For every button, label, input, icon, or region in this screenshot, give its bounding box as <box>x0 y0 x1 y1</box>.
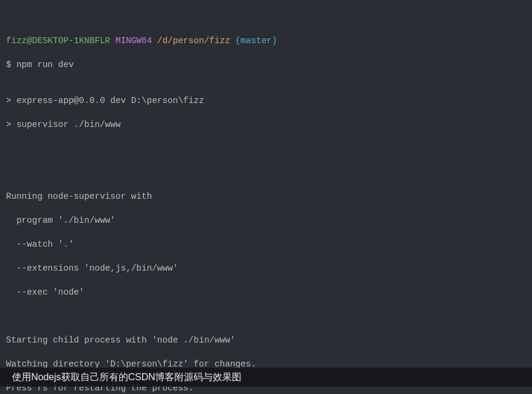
git-branch: (master) <box>235 36 277 46</box>
npm-script-2: > supervisor ./bin/www <box>6 119 526 131</box>
blank-line <box>6 143 526 154</box>
cwd-path: /d/person/fizz <box>157 36 230 46</box>
terminal-output: fizz@DESKTOP-1KNBFLR MINGW64 /d/person/f… <box>0 0 532 394</box>
supervisor-starting: Starting child process with 'node ./bin/… <box>6 334 526 346</box>
prompt-line: fizz@DESKTOP-1KNBFLR MINGW64 /d/person/f… <box>6 35 526 47</box>
mingw-label: MINGW64 <box>116 36 152 46</box>
supervisor-header: Running node-supervisor with <box>6 190 526 202</box>
npm-script-1: > express-app@0.0.0 dev D:\person\fizz <box>6 95 526 107</box>
blank-line <box>6 166 526 178</box>
supervisor-extensions: --extensions 'node,js,/bin/www' <box>6 262 526 274</box>
caption-overlay: 使用Nodejs获取自己所有的CSDN博客附源码与效果图 <box>0 368 532 387</box>
blank-line <box>6 310 526 322</box>
supervisor-watch: --watch '.' <box>6 238 526 250</box>
supervisor-program: program './bin/www' <box>6 214 526 226</box>
command-npm: $ npm run dev <box>6 59 526 71</box>
user-host: fizz@DESKTOP-1KNBFLR <box>6 36 110 46</box>
supervisor-exec: --exec 'node' <box>6 286 526 298</box>
